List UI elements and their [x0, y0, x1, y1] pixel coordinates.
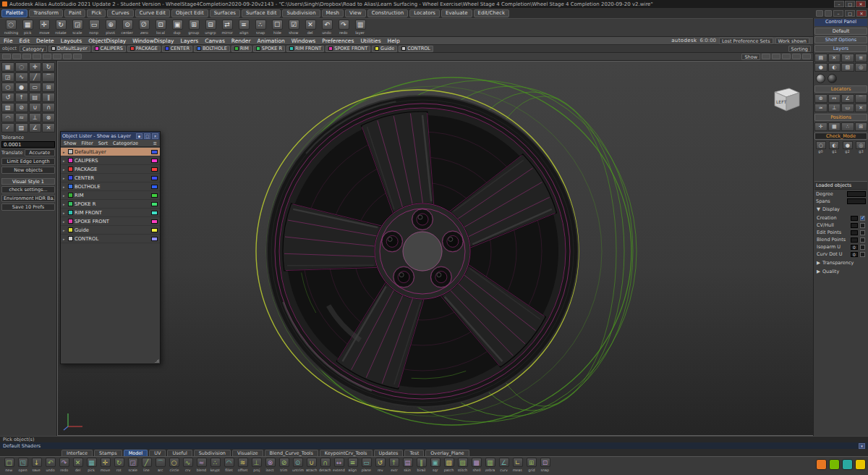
prompt-line[interactable]: Pick object(s) — [0, 436, 868, 442]
spans-field[interactable] — [847, 198, 866, 204]
locator-normal-icon[interactable]: ⊥ — [828, 104, 841, 112]
layer-assign-chip[interactable] — [151, 237, 158, 241]
shelf-tab-interface[interactable]: Interface — [61, 450, 93, 456]
layer-expander-icon[interactable]: ▸ — [63, 176, 67, 180]
shelf-tab-object-edit[interactable]: Object Edit — [171, 9, 208, 17]
sphere-icon[interactable]: ● — [15, 83, 28, 92]
curvature-icon[interactable]: ∠ curv — [497, 458, 511, 472]
open-file-icon[interactable]: ◳ open — [16, 458, 30, 472]
point-snap-icon[interactable] — [2, 54, 11, 59]
shelf-tab-curve-edit[interactable]: Curve Edit — [135, 9, 170, 17]
layer-expander-icon[interactable]: ▸ — [63, 219, 67, 224]
layer-color-swatch[interactable] — [68, 219, 73, 224]
g1-check-icon[interactable]: ◐ g1 — [828, 141, 841, 154]
layer-expander-icon[interactable]: ▸ — [63, 202, 67, 206]
extend-icon[interactable]: ↔ extend — [332, 458, 346, 472]
shell-icon[interactable]: ▩ shell — [469, 458, 483, 472]
shelf-tab-blend-curve-tools[interactable]: Blend_Curve_Tools — [265, 450, 318, 456]
position-grid-icon[interactable]: ⊞ — [855, 122, 868, 131]
move-icon[interactable]: ✛ — [29, 62, 42, 72]
display-row-checkbox[interactable] — [860, 216, 865, 221]
position-snap-icon[interactable]: ∴ — [841, 122, 854, 131]
degree-field[interactable] — [847, 191, 866, 197]
display-row-isoparm-u[interactable]: Isoparm U 0 — [814, 243, 867, 251]
layer-chip-defaultlayer[interactable]: DefaultLayer — [48, 46, 90, 52]
g0-check-icon[interactable]: ○ g0 — [814, 141, 827, 154]
locator-distance-icon[interactable]: ↔ — [828, 94, 841, 103]
layer-chip-guide[interactable]: Guide — [372, 46, 397, 52]
shelf-tab-mesh[interactable]: Mesh — [322, 9, 344, 17]
layer-color-swatch[interactable] — [68, 193, 73, 198]
limit-edge-length-button[interactable]: Limit Edge Length — [1, 158, 55, 165]
shelf-tab-locators[interactable]: Locators — [409, 9, 440, 17]
center-pivot-icon[interactable]: ⊙ center — [119, 20, 135, 35]
layer-row-control[interactable]: ▸ CONTROL — [61, 235, 160, 243]
layer-assign-chip[interactable] — [151, 211, 158, 215]
layer-chip-rim[interactable]: RIM — [231, 46, 252, 52]
lister-maximize-button[interactable]: □ — [144, 133, 150, 139]
birail-icon[interactable]: ∥ birail — [414, 458, 428, 472]
layer-expander-icon[interactable]: ▸ — [63, 211, 67, 215]
layer-chip-control[interactable]: CONTROL — [399, 46, 433, 52]
snap-icon[interactable]: ∴ snap — [252, 20, 268, 35]
offset-icon[interactable]: ≋ offset — [236, 458, 250, 472]
delete-icon[interactable]: ✕ del — [302, 20, 318, 35]
locator-radius-icon[interactable]: ⌒ — [855, 94, 868, 103]
menu-help[interactable]: Help — [388, 38, 400, 44]
menubar-button-lost-preference-sets[interactable]: Lost Preference Sets — [719, 38, 773, 44]
measure-icon[interactable]: ∠ — [29, 123, 42, 133]
duplicate-icon[interactable]: ▣ dup — [169, 20, 185, 35]
save-prefs-button[interactable]: Save 10 Prefs — [1, 203, 55, 211]
show-icon[interactable]: ☑ show — [286, 20, 302, 35]
layer-chip-center[interactable]: CENTER — [162, 46, 192, 52]
display-row-cv-hull[interactable]: CV/Hull — [814, 222, 867, 229]
position-uv-icon[interactable]: ▦ — [828, 122, 841, 131]
tolerance-field[interactable]: 0.0001 — [1, 141, 55, 148]
local-move-icon[interactable]: ⊡ local — [153, 20, 169, 35]
assign-shader-icon[interactable]: ◐ — [828, 63, 841, 72]
shelf-tab-view[interactable]: View — [345, 9, 366, 17]
undo-icon[interactable]: ↶ undo — [319, 20, 335, 35]
layer-expander-icon[interactable]: ▸ — [63, 185, 67, 189]
layer-chip-calipers[interactable]: CALIPERS — [92, 46, 126, 52]
layer-menu-icon[interactable]: ≡ — [855, 54, 868, 62]
positions-section-button[interactable]: Positions — [814, 114, 867, 121]
layer-expander-icon[interactable]: ▸ — [63, 237, 67, 241]
layer-color-swatch[interactable] — [68, 201, 73, 206]
new-layer-icon[interactable]: ▤ — [814, 54, 827, 62]
locator-point-icon[interactable]: ⊕ — [814, 94, 827, 103]
zoom-icon[interactable] — [762, 54, 770, 59]
menu-preferences[interactable]: Preferences — [322, 38, 354, 44]
texture-icon[interactable]: ▧ — [841, 63, 854, 72]
fillet-icon[interactable]: ◠ — [1, 113, 14, 122]
quality-section[interactable]: ▶ Quality — [814, 268, 867, 275]
menu-windows[interactable]: Windows — [292, 38, 315, 44]
locators-section-button[interactable]: Locators — [814, 85, 867, 93]
lister-options-icon[interactable]: ≡ — [153, 140, 157, 146]
align-icon[interactable]: ≡ align — [236, 20, 252, 35]
display-row-blend-points[interactable]: Blend Points — [814, 236, 867, 243]
g2-check-icon[interactable]: ● g2 — [841, 141, 854, 154]
pick-icon[interactable]: ▦ — [1, 62, 14, 72]
rotate-icon[interactable]: ↻ — [42, 62, 55, 72]
shelf-tab-pick[interactable]: Pick — [87, 9, 106, 17]
shelf-tab-useful[interactable]: Useful — [167, 450, 192, 456]
grid-icon[interactable]: ⊞ grid — [524, 458, 538, 472]
attach-icon[interactable]: ∪ — [29, 103, 42, 112]
mirror-icon[interactable]: ⇄ mirror — [219, 20, 235, 35]
layer-color-swatch[interactable] — [68, 167, 73, 172]
menu-edit[interactable]: Edit — [20, 38, 30, 44]
transparency-section[interactable]: ▶ Transparency — [814, 259, 867, 266]
shelf-tab-visualize[interactable]: Visualize — [232, 450, 263, 456]
shelf-tab-transform[interactable]: Transform — [29, 9, 63, 17]
shelf-tab-model[interactable]: Model — [124, 450, 148, 456]
layer-expander-icon[interactable]: ▸ — [63, 228, 67, 232]
default-shader-swatch[interactable] — [816, 74, 825, 83]
construction-plane-icon[interactable] — [43, 54, 51, 59]
layer-assign-chip[interactable] — [151, 176, 158, 180]
menu-delete[interactable]: Delete — [36, 38, 54, 44]
locator-deviation-icon[interactable]: ≈ — [814, 104, 827, 112]
fillet-icon[interactable]: ◠ fillet — [222, 458, 236, 472]
layer-row-rim[interactable]: ▸ RIM — [61, 191, 160, 200]
curve-icon[interactable]: ∿ crv — [181, 458, 195, 472]
